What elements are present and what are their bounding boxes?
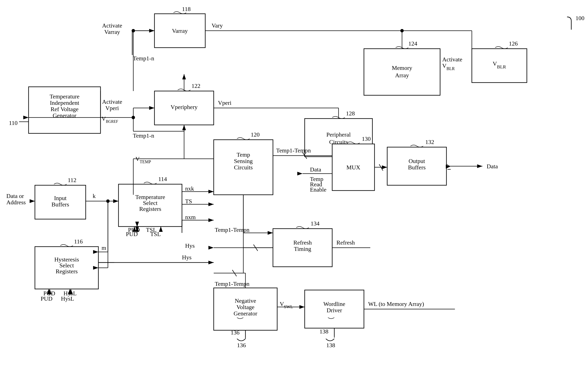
- temp1n-vperiph: Temp1-n: [133, 132, 154, 139]
- vblr-ref: 126: [509, 40, 518, 47]
- wordline-driver-label2: Driver: [327, 307, 342, 314]
- refresh-label: Refresh: [336, 239, 355, 246]
- memory-array-ref: 124: [408, 40, 417, 47]
- temp1-tempn-label: Temp1-Tempn: [276, 147, 311, 154]
- temp1n-varray: Temp1-n: [133, 55, 154, 62]
- refresh-timing-label1: Refresh: [293, 239, 312, 246]
- neg-voltage-label3: Generator: [234, 310, 258, 317]
- ref138-curve: [326, 339, 334, 341]
- ref110-label: 110: [9, 120, 18, 126]
- activate-vblr-label2: VBLR: [442, 62, 455, 71]
- temp1-tempn-neg: Temp1-Tempn: [215, 280, 249, 287]
- output-buffers-label2: Buffers: [408, 164, 426, 171]
- temp-indep-label3: Ref Voltage: [50, 106, 79, 113]
- temp-sensing-label1: Temp: [237, 151, 250, 158]
- output-arrow: [446, 165, 450, 168]
- pud-temp-label: PUD: [126, 231, 138, 237]
- temp-select-label3: Registers: [139, 205, 161, 212]
- ref-number: 100: [576, 15, 584, 21]
- ref138-num: 138: [326, 342, 335, 348]
- hysteresis-label3: Registers: [56, 268, 78, 275]
- nxk-label: nxk: [185, 185, 194, 192]
- refresh-timing-label2: Timing: [294, 246, 311, 252]
- vtemp-label: VTEMP: [135, 156, 151, 164]
- memory-array-label1: Memory: [392, 65, 412, 71]
- activate-varray-label2: Varray: [104, 29, 120, 35]
- vperiphery-label: Vperiphery: [170, 104, 198, 110]
- data-output-label: Data: [487, 163, 498, 170]
- nxm-label: nxm: [185, 214, 196, 220]
- temp-select-ref: 114: [158, 176, 167, 182]
- memory-array-label2: Array: [395, 72, 409, 79]
- peripheral-ref: 128: [346, 110, 355, 117]
- temp-indep-label4: Generator: [53, 112, 77, 119]
- wordline-driver-ref: 138: [319, 328, 328, 335]
- varray-label: Varray: [172, 28, 188, 34]
- activate-vperi-label2: Vperi: [105, 105, 119, 111]
- temp-select-label2: Select: [143, 200, 158, 206]
- vperiphery-ref: 122: [191, 82, 200, 89]
- output-buffers-ref: 132: [425, 139, 434, 145]
- temp-sensing-label3: Circuits: [234, 164, 253, 171]
- vary-label: Vary: [212, 22, 223, 29]
- k-label: k: [93, 193, 96, 199]
- temp-indep-label2: Independent: [50, 100, 79, 106]
- neg-voltage-label2: Voltage: [236, 304, 254, 310]
- activate-vblr-label: Activate: [442, 56, 462, 63]
- neg-voltage-ref: 136: [231, 329, 239, 336]
- mux-label: MUX: [346, 164, 360, 171]
- output-buffers-label1: Output: [409, 158, 425, 164]
- temp-select-label1: Temperature: [135, 194, 165, 200]
- input-buffers-label2: Buffers: [51, 201, 69, 208]
- ref136-num: 136: [237, 342, 246, 348]
- diagram-container: 100 Varray 118 Activate Varray Temp1-n V…: [0, 0, 588, 369]
- data-address-label2: Address: [6, 199, 26, 205]
- temp-read-enable-label3: Enable: [310, 186, 327, 193]
- temp-sensing-ref: 120: [251, 131, 260, 138]
- hysteresis-ref: 116: [74, 238, 83, 245]
- input-buffers-label1: Input: [54, 195, 66, 201]
- wl-label: WL (to Memory Array): [368, 301, 424, 307]
- hysteresis-label2: Select: [60, 262, 74, 269]
- pud-hys-text: PUD: [41, 295, 52, 302]
- temp-sensing-label2: Sensing: [234, 158, 253, 164]
- tsl-temp-label: TSL: [150, 231, 161, 237]
- hys-ts-label: Hys: [182, 254, 191, 261]
- vswl-label: VSWL: [280, 301, 293, 309]
- activate-varray-label: Activate: [102, 22, 122, 29]
- data-address-label: Data or: [6, 193, 24, 199]
- ref-bracket: [567, 17, 571, 30]
- activate-vperi-label: Activate: [102, 98, 122, 105]
- m-label: m: [101, 245, 106, 251]
- varray-ref: 118: [182, 6, 191, 12]
- hysl-text: HysL: [61, 295, 74, 302]
- vperi-label: Vperi: [218, 100, 231, 106]
- hysteresis-label1: Hysteresis: [54, 256, 79, 263]
- temp1-tempn-refresh: Temp1-Tempn: [215, 226, 249, 233]
- wordline-driver-label1: Wordline: [323, 301, 345, 307]
- temp-indep-label1: Temperature: [50, 93, 79, 100]
- refresh-timing-ref: 134: [311, 220, 319, 227]
- ts-label: TS: [185, 198, 192, 205]
- peripheral-label1: Peripheral: [326, 131, 351, 138]
- ref136-curve: [237, 339, 245, 341]
- mux-ref: 130: [362, 135, 371, 142]
- neg-voltage-label1: Negative: [235, 297, 256, 304]
- hys-label: Hys: [185, 242, 195, 249]
- data-label: Data: [310, 166, 321, 173]
- vbgref-label: VBGREF: [101, 115, 118, 124]
- input-buffers-ref: 112: [68, 177, 76, 183]
